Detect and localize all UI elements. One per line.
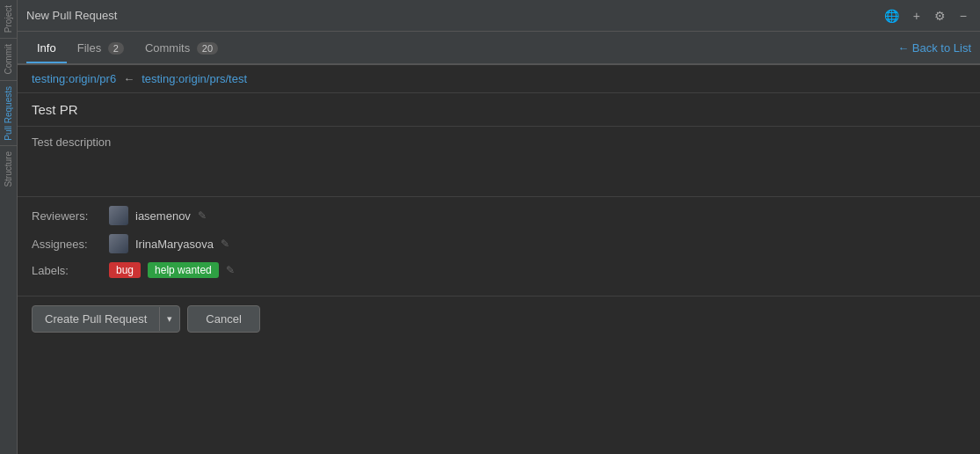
close-button[interactable]: − (955, 7, 971, 25)
label-help-wanted: help wanted (148, 262, 219, 278)
assignees-row: Assignees: IrinaMaryasova ✎ (32, 234, 966, 253)
reviewer-edit-icon[interactable]: ✎ (198, 209, 207, 222)
sidebar-item-commit[interactable]: Commit (1, 39, 16, 79)
pr-description: Test description (18, 127, 980, 197)
title-bar-actions: 🌐 + ⚙ − (880, 7, 971, 25)
branch-row: testing:origin/pr6 ← testing:origin/prs/… (18, 65, 980, 93)
window-title: New Pull Request (26, 9, 880, 22)
gear-button[interactable]: ⚙ (930, 7, 950, 25)
content-panel: testing:origin/pr6 ← testing:origin/prs/… (18, 65, 980, 454)
assignee-avatar (109, 234, 128, 253)
back-to-list-link[interactable]: ← Back to List (897, 41, 971, 55)
labels-row: Labels: bug help wanted ✎ (32, 262, 966, 278)
source-branch: testing:origin/pr6 (32, 72, 116, 85)
far-left-sidebar: Project Commit Pull Requests Structure (0, 0, 18, 454)
tab-commits[interactable]: Commits 20 (134, 34, 229, 63)
create-pull-request-button-group: Create Pull Request ▾ (32, 305, 180, 333)
branch-arrow-icon: ← (123, 72, 134, 85)
plus-button[interactable]: + (909, 7, 925, 25)
meta-section: Reviewers: iasemenov ✎ Assignees: IrinaM… (18, 197, 980, 297)
tab-files[interactable]: Files 2 (67, 34, 134, 63)
label-bug: bug (109, 262, 141, 278)
tabs-bar: Info Files 2 Commits 20 ← Back to List (18, 32, 980, 65)
assignee-name: IrinaMaryasova (135, 238, 214, 251)
assignees-label: Assignees: (32, 238, 102, 251)
commits-badge: 20 (197, 42, 218, 55)
sidebar-item-project[interactable]: Project (1, 0, 16, 38)
reviewer-avatar (109, 206, 128, 225)
target-branch: testing:origin/prs/test (142, 72, 247, 85)
reviewers-label: Reviewers: (32, 209, 102, 223)
sidebar-item-structure[interactable]: Structure (1, 146, 16, 193)
cancel-button[interactable]: Cancel (187, 305, 259, 333)
pr-title: Test PR (18, 93, 980, 127)
create-pull-request-button[interactable]: Create Pull Request (33, 306, 159, 332)
reviewer-name: iasemenov (135, 209, 191, 223)
main-content: New Pull Request 🌐 + ⚙ − Info Files 2 Co… (18, 0, 980, 454)
files-badge: 2 (108, 42, 124, 55)
labels-edit-icon[interactable]: ✎ (226, 264, 235, 276)
tab-info[interactable]: Info (26, 34, 67, 63)
footer-actions: Create Pull Request ▾ Cancel (18, 297, 980, 341)
assignee-edit-icon[interactable]: ✎ (221, 238, 229, 250)
labels-label: Labels: (32, 264, 102, 277)
reviewers-row: Reviewers: iasemenov ✎ (32, 206, 966, 225)
sidebar-item-pull-requests[interactable]: Pull Requests (1, 81, 16, 146)
title-bar: New Pull Request 🌐 + ⚙ − (18, 0, 980, 32)
globe-button[interactable]: 🌐 (880, 7, 904, 25)
create-pull-request-dropdown[interactable]: ▾ (159, 307, 179, 331)
